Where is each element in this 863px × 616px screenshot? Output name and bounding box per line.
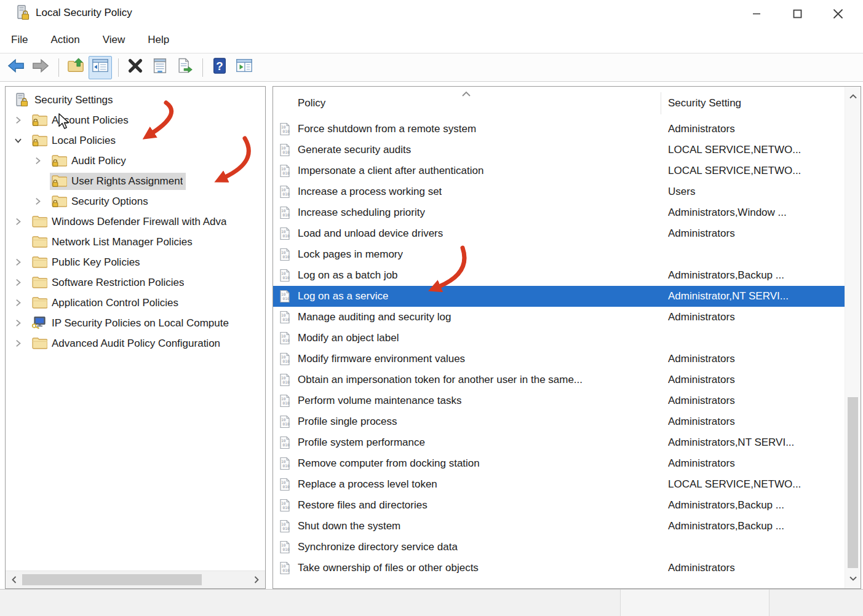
scroll-down-icon[interactable] xyxy=(845,570,861,587)
list-vertical-scrollbar[interactable] xyxy=(845,87,861,588)
scroll-right-icon[interactable] xyxy=(249,571,264,588)
folder-lock-icon xyxy=(51,154,67,168)
svg-text:10: 10 xyxy=(281,312,286,317)
svg-text:10: 10 xyxy=(281,270,286,275)
policy-row-manage-auditing-and-security-log[interactable]: 10010Manage auditing and security logAdm… xyxy=(273,307,845,328)
tree-item-advanced-audit-policy-configuration[interactable]: Advanced Audit Policy Configuration xyxy=(6,333,265,353)
svg-text:10: 10 xyxy=(281,250,286,254)
svg-text:10: 10 xyxy=(281,124,286,128)
policy-row-modify-firmware-environment-values[interactable]: 10010Modify firmware environment valuesA… xyxy=(273,349,845,369)
tree-item-software-restriction-policies[interactable]: Software Restriction Policies xyxy=(6,272,265,293)
expand-chevron-icon[interactable] xyxy=(34,157,50,165)
properties-button[interactable] xyxy=(148,56,172,79)
export-list-button[interactable] xyxy=(173,56,196,79)
expand-chevron-icon[interactable] xyxy=(14,319,30,327)
policy-row-impersonate-a-client-after-authentication[interactable]: 10010Impersonate a client after authenti… xyxy=(273,160,845,181)
svg-text:?: ? xyxy=(216,60,223,73)
policy-icon: 10010 xyxy=(279,143,292,157)
policy-row-synchronize-directory-service-data[interactable]: 10010Synchronize directory service data xyxy=(273,537,845,558)
policy-row-shut-down-the-system[interactable]: 10010Shut down the systemAdministrators,… xyxy=(273,516,845,537)
tree-item-network-list-manager-policies[interactable]: Network List Manager Policies xyxy=(6,232,265,252)
policy-row-profile-single-process[interactable]: 10010Profile single processAdministrator… xyxy=(273,411,845,432)
policy-row-load-and-unload-device-drivers[interactable]: 10010Load and unload device driversAdmin… xyxy=(273,223,845,244)
help-button[interactable]: ? xyxy=(208,56,231,79)
tree-item-security-settings[interactable]: Security Settings xyxy=(6,90,265,110)
policy-row-log-on-as-a-batch-job[interactable]: 10010Log on as a batch jobAdministrators… xyxy=(273,265,845,286)
svg-text:10: 10 xyxy=(281,521,286,526)
up-one-level-button[interactable] xyxy=(64,56,87,79)
svg-text:10: 10 xyxy=(281,500,286,505)
expand-chevron-icon[interactable] xyxy=(14,218,30,226)
policy-icon: 10010 xyxy=(279,561,292,575)
policy-row-log-on-as-a-service[interactable]: 10010Log on as a serviceAdministrator,NT… xyxy=(273,286,845,307)
policy-name: Synchronize directory service data xyxy=(298,541,458,553)
tree-item-application-control-policies[interactable]: Application Control Policies xyxy=(6,293,265,313)
back-button[interactable] xyxy=(4,56,28,79)
policy-row-increase-a-process-working-set[interactable]: 10010Increase a process working setUsers xyxy=(273,181,845,202)
tree-item-label: Public Key Policies xyxy=(52,256,140,269)
tree-item-ip-security-policies-on-local-compute[interactable]: IP Security Policies on Local Compute xyxy=(6,313,265,333)
expand-chevron-icon[interactable] xyxy=(34,197,50,205)
delete-button[interactable] xyxy=(124,56,147,79)
policy-row-replace-a-process-level-token[interactable]: 10010Replace a process level tokenLOCAL … xyxy=(273,474,845,495)
toolbar-separator xyxy=(58,58,59,77)
policy-row-modify-an-object-label[interactable]: 10010Modify an object label xyxy=(273,328,845,349)
status-section xyxy=(620,590,769,616)
policy-name: Log on as a service xyxy=(298,290,388,302)
expand-chevron-icon[interactable] xyxy=(14,258,30,266)
tree-horizontal-scrollbar[interactable] xyxy=(6,571,265,588)
security-setting-value: Administrators,NT SERVI... xyxy=(668,436,843,449)
svg-text:010: 010 xyxy=(283,317,290,322)
show-action-pane-button[interactable] xyxy=(233,56,256,79)
security-setting-value: LOCAL SERVICE,NETWO... xyxy=(668,144,843,156)
collapse-chevron-icon[interactable] xyxy=(14,136,30,144)
security-setting-value: Administrators xyxy=(668,311,843,323)
maximize-button[interactable] xyxy=(777,0,817,27)
column-divider[interactable] xyxy=(661,92,661,114)
scrollbar-thumb[interactable] xyxy=(22,574,202,585)
scroll-up-icon[interactable] xyxy=(845,88,861,105)
scrollbar-thumb[interactable] xyxy=(848,397,858,568)
menu-action[interactable]: Action xyxy=(50,31,79,49)
policy-row-generate-security-audits[interactable]: 10010Generate security auditsLOCAL SERVI… xyxy=(273,140,845,160)
tree-item-windows-defender-firewall-with-adva[interactable]: Windows Defender Firewall with Adva xyxy=(6,211,265,232)
tree-item-audit-policy[interactable]: Audit Policy xyxy=(6,151,265,171)
menu-file[interactable]: File xyxy=(11,31,28,49)
toolbar-separator xyxy=(118,58,119,77)
menu-help[interactable]: Help xyxy=(148,31,169,49)
policy-row-force-shutdown-from-a-remote-system[interactable]: 10010Force shutdown from a remote system… xyxy=(273,119,845,140)
tree-item-public-key-policies[interactable]: Public Key Policies xyxy=(6,252,265,272)
policy-row-take-ownership-of-files-or-other-objects[interactable]: 10010Take ownership of files or other ob… xyxy=(273,558,845,578)
policy-name: Restore files and directories xyxy=(298,499,428,511)
policy-row-remove-computer-from-docking-station[interactable]: 10010Remove computer from docking statio… xyxy=(273,453,845,474)
column-header-security-setting[interactable]: Security Setting xyxy=(668,97,741,109)
tree-item-local-policies[interactable]: Local Policies xyxy=(6,130,265,151)
tree-item-account-policies[interactable]: Account Policies xyxy=(6,110,265,130)
policy-row-perform-volume-maintenance-tasks[interactable]: 10010Perform volume maintenance tasksAdm… xyxy=(273,390,845,411)
menu-view[interactable]: View xyxy=(103,31,125,49)
tree-item-security-options[interactable]: Security Options xyxy=(6,191,265,211)
tree-item-label: Security Settings xyxy=(34,94,113,106)
close-button[interactable] xyxy=(817,0,858,27)
policy-name: Modify an object label xyxy=(298,332,399,344)
svg-text:010: 010 xyxy=(283,484,290,489)
tree-item-label: Network List Manager Policies xyxy=(52,236,193,248)
policy-icon: 10010 xyxy=(279,415,292,429)
policy-row-restore-files-and-directories[interactable]: 10010Restore files and directoriesAdmini… xyxy=(273,495,845,516)
expand-chevron-icon[interactable] xyxy=(14,339,30,347)
policy-row-lock-pages-in-memory[interactable]: 10010Lock pages in memory xyxy=(273,244,845,265)
folder-icon xyxy=(31,275,47,290)
column-header-policy[interactable]: Policy xyxy=(298,97,325,109)
minimize-button[interactable] xyxy=(736,0,777,27)
show-console-tree-button[interactable] xyxy=(89,56,112,79)
expand-chevron-icon[interactable] xyxy=(14,299,30,307)
forward-button[interactable] xyxy=(29,56,52,79)
policy-row-profile-system-performance[interactable]: 10010Profile system performanceAdministr… xyxy=(273,432,845,453)
scroll-left-icon[interactable] xyxy=(7,571,22,588)
policy-row-increase-scheduling-priority[interactable]: 10010Increase scheduling priorityAdminis… xyxy=(273,202,845,223)
expand-chevron-icon[interactable] xyxy=(14,116,30,124)
policy-row-obtain-an-impersonation-token-for-another-user-in-the-same[interactable]: 10010Obtain an impersonation token for a… xyxy=(273,369,845,390)
tree-item-user-rights-assignment[interactable]: User Rights Assignment xyxy=(6,171,265,191)
window-controls xyxy=(736,0,858,27)
expand-chevron-icon[interactable] xyxy=(14,278,30,286)
